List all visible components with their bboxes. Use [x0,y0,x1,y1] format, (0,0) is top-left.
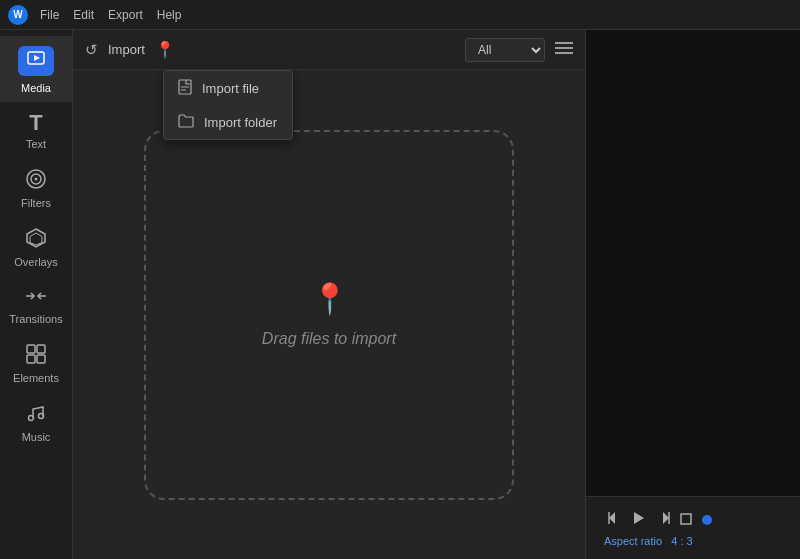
sidebar-item-text[interactable]: T Text [0,102,72,158]
import-button[interactable]: Import [108,42,145,57]
menu-bar: File Edit Export Help [40,8,181,22]
filter-dropdown[interactable]: All Video Audio Image [465,38,545,62]
title-bar: W File Edit Export Help [0,0,800,30]
skip-back-button[interactable] [604,509,626,531]
sidebar: Media T Text Filters Ove [0,30,73,559]
sidebar-item-media[interactable]: Media [0,36,72,102]
music-icon [25,402,47,427]
import-folder-label: Import folder [204,115,277,130]
stop-button[interactable] [676,509,696,531]
svg-marker-21 [609,512,615,524]
file-icon [178,79,192,98]
drop-zone-wrapper: 📍 Drag files to import [73,70,585,559]
menu-file[interactable]: File [40,8,59,22]
media-icon [18,46,54,76]
svg-rect-9 [27,345,35,353]
sidebar-label-transitions: Transitions [9,313,62,325]
transitions-icon [24,286,48,309]
sidebar-label-filters: Filters [21,197,51,209]
main-layout: Media T Text Filters Ove [0,30,800,559]
text-icon: T [29,112,42,134]
overlays-icon [25,227,47,252]
folder-icon [178,114,194,131]
right-panel: Aspect ratio 4 : 3 [585,30,800,559]
sidebar-item-transitions[interactable]: Transitions [0,276,72,333]
svg-point-4 [35,178,38,181]
sidebar-label-media: Media [21,82,51,94]
aspect-ratio-row: Aspect ratio 4 : 3 [596,533,790,553]
preview-area [586,30,800,496]
svg-marker-24 [663,512,669,524]
sidebar-item-music[interactable]: Music [0,392,72,451]
aspect-ratio-value: 4 : 3 [671,535,692,547]
svg-rect-12 [37,355,45,363]
import-label: Import [108,42,145,57]
svg-point-13 [29,416,34,421]
svg-marker-23 [634,512,644,524]
controls-row [596,503,790,533]
menu-help[interactable]: Help [157,8,182,22]
import-folder-item[interactable]: Import folder [164,106,292,139]
content-header: ↺ Import 📍 Im [73,30,585,70]
import-dropdown-menu: Import file Import folder [163,70,293,140]
svg-point-14 [39,414,44,419]
progress-indicator [702,515,712,525]
svg-rect-11 [27,355,35,363]
sidebar-item-elements[interactable]: Elements [0,333,72,392]
import-file-item[interactable]: Import file [164,71,292,106]
drop-pin-icon: 📍 [311,281,348,316]
drop-zone[interactable]: 📍 Drag files to import [144,130,514,500]
svg-marker-6 [30,233,42,245]
drop-text: Drag files to import [262,330,396,348]
play-button[interactable] [628,509,650,531]
filters-icon [25,168,47,193]
menu-icon-button[interactable] [555,41,573,59]
app-logo: W [8,5,28,25]
back-icon[interactable]: ↺ [85,41,98,59]
sidebar-item-overlays[interactable]: Overlays [0,217,72,276]
import-file-label: Import file [202,81,259,96]
sidebar-label-overlays: Overlays [14,256,57,268]
sidebar-label-music: Music [22,431,51,443]
sidebar-label-elements: Elements [13,372,59,384]
elements-icon [25,343,47,368]
svg-rect-10 [37,345,45,353]
svg-marker-1 [34,55,40,61]
svg-rect-26 [681,514,691,524]
player-controls: Aspect ratio 4 : 3 [586,496,800,559]
menu-edit[interactable]: Edit [73,8,94,22]
content-area: ↺ Import 📍 Im [73,30,585,559]
skip-forward-button[interactable] [652,509,674,531]
sidebar-item-filters[interactable]: Filters [0,158,72,217]
sidebar-label-text: Text [26,138,46,150]
menu-export[interactable]: Export [108,8,143,22]
location-pin-icon: 📍 [155,40,175,59]
aspect-ratio-label: Aspect ratio [604,535,662,547]
